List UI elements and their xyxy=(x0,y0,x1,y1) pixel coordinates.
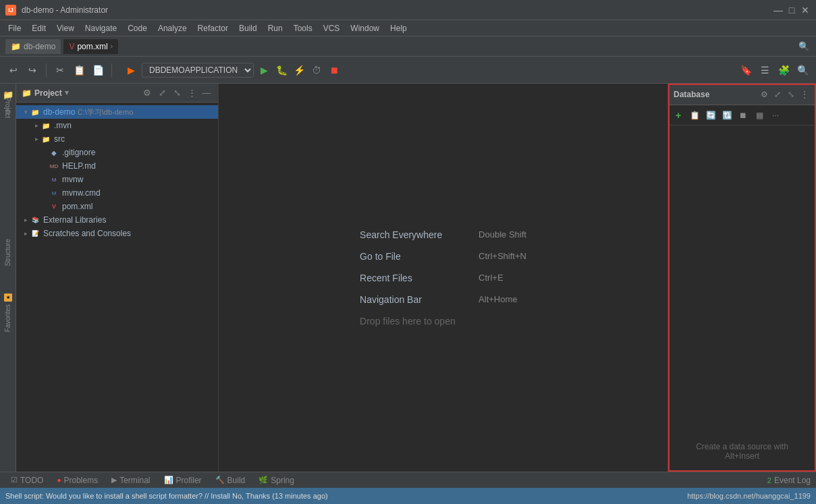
tree-pomxml[interactable]: ▸ V pom.xml xyxy=(16,200,218,213)
db-copy-button[interactable]: 📋 xyxy=(687,108,702,123)
menu-refactor[interactable]: Refactor xyxy=(192,22,234,34)
profile-button[interactable]: ⏱ xyxy=(309,63,324,78)
menu-tools[interactable]: Tools xyxy=(288,22,318,34)
panel-settings-button[interactable]: ⚙ xyxy=(141,87,153,99)
problems-icon: ● xyxy=(57,476,61,484)
tree-scratches[interactable]: ▸ 📝 Scratches and Consoles xyxy=(16,227,218,240)
db-more-btn[interactable]: ··· xyxy=(768,108,783,123)
tree-mvnw[interactable]: ▸ M mvnw xyxy=(16,173,218,186)
tree-root[interactable]: ▾ 📁 db-demo C:\学习\db-demo xyxy=(16,105,218,119)
pomxml-icon: V xyxy=(49,201,59,212)
menu-window[interactable]: Window xyxy=(345,22,385,34)
mvnw-icon: M xyxy=(49,174,59,185)
app-icon: IJ xyxy=(5,5,16,16)
db-settings-button[interactable]: ⚙ xyxy=(758,88,770,101)
run-config-area: ▶ DBDEMOAPPLICATION ▶ 🐛 ⚡ ⏱ ⏹ xyxy=(123,62,342,78)
undo-button[interactable]: ↩ xyxy=(5,62,22,78)
project-sidebar-label[interactable]: Project xyxy=(4,92,11,118)
tree-external-libraries[interactable]: ▸ 📚 External Libraries xyxy=(16,213,218,227)
tab-db-demo[interactable]: 📁 db-demo xyxy=(5,39,61,54)
tree-mvnwcmd[interactable]: ▸ M mvnw.cmd xyxy=(16,186,218,200)
db-refresh-button[interactable]: 🔄 xyxy=(703,108,718,123)
menu-analyze[interactable]: Analyze xyxy=(153,22,192,34)
run-button[interactable]: ▶ xyxy=(256,63,271,78)
menu-edit[interactable]: Edit xyxy=(26,22,51,34)
maximize-button[interactable]: □ xyxy=(786,5,797,16)
database-content: Create a data source with Alt+Insert xyxy=(668,125,816,472)
menu-run[interactable]: Run xyxy=(263,22,288,34)
run-config-select[interactable]: DBDEMOAPPLICATION xyxy=(142,63,254,78)
redo-button[interactable]: ↪ xyxy=(24,62,40,78)
plugins-button[interactable]: 🧩 xyxy=(776,62,792,78)
tab-todo[interactable]: ☑ TODO xyxy=(5,474,49,486)
gitignore-icon: ◆ xyxy=(49,147,59,158)
panel-collapse-button[interactable]: ⤡ xyxy=(171,87,183,99)
database-panel-actions: ⚙ ⤢ ⤡ ⋮ xyxy=(758,88,811,101)
project-panel-header: 📁 Project ▾ ⚙ ⤢ ⤡ ⋮ — xyxy=(16,84,218,103)
db-grid-button[interactable]: ▦ xyxy=(752,108,767,123)
title-bar-text: db-demo - Administrator xyxy=(22,5,108,15)
tab-spring[interactable]: 🌿 Spring xyxy=(253,474,300,486)
status-message: Shell script: Would you like to install … xyxy=(5,492,328,500)
search-everywhere-button[interactable]: 🔍 xyxy=(797,40,811,53)
menu-view[interactable]: View xyxy=(51,22,80,34)
cut-button[interactable]: ✂ xyxy=(52,62,68,78)
structure-button[interactable]: ☰ xyxy=(757,62,773,78)
menu-build[interactable]: Build xyxy=(234,22,263,34)
favorites-sidebar-label[interactable]: Favorites xyxy=(4,304,11,332)
main-toolbar: ↩ ↪ ✂ 📋 📄 ▶ DBDEMOAPPLICATION ▶ 🐛 ⚡ ⏱ ⏹ … xyxy=(0,57,816,84)
copy-button[interactable]: 📋 xyxy=(71,62,87,78)
shortcut-drop-files: Drop files here to open xyxy=(360,316,526,327)
tree-src[interactable]: ▸ 📁 src xyxy=(16,132,218,146)
tab-pom-xml[interactable]: V pom.xml › xyxy=(63,39,118,54)
menu-help[interactable]: Help xyxy=(385,22,412,34)
close-button[interactable]: ✕ xyxy=(800,5,811,16)
stop-button[interactable]: ⏹ xyxy=(327,63,342,78)
debug-button[interactable]: 🐛 xyxy=(274,63,289,78)
menu-code[interactable]: Code xyxy=(122,22,153,34)
tree-mvnw-label: mvnw xyxy=(62,175,83,184)
tree-gitignore[interactable]: ▸ ◆ .gitignore xyxy=(16,146,218,159)
db-expand-button[interactable]: ⤢ xyxy=(771,88,784,101)
tree-mvn[interactable]: ▸ 📁 .mvn xyxy=(16,119,218,132)
panel-close-button[interactable]: — xyxy=(200,87,213,99)
tab-problems[interactable]: ● Problems xyxy=(51,474,103,486)
database-toolbar: + 📋 🔄 🔃 ⏹ ▦ ··· xyxy=(668,105,816,125)
tab-terminal[interactable]: ▶ Terminal xyxy=(106,474,155,486)
shortcut-goto-file-key: Ctrl+Shift+N xyxy=(479,251,526,261)
menu-vcs[interactable]: VCS xyxy=(318,22,346,34)
event-log-count: 2 xyxy=(767,476,771,484)
project-panel-title: 📁 Project ▾ xyxy=(22,88,69,98)
db-sync-button[interactable]: 🔃 xyxy=(719,108,734,123)
toolbar-separator-1 xyxy=(46,63,47,77)
minimize-button[interactable]: — xyxy=(773,5,784,16)
tree-src-label: src xyxy=(54,134,65,144)
tree-scratches-label: Scratches and Consoles xyxy=(43,229,131,238)
tree-helpmd[interactable]: ▸ MD HELP.md xyxy=(16,159,218,173)
db-more-button[interactable]: ⋮ xyxy=(798,88,811,101)
menu-bar: File Edit View Navigate Code Analyze Ref… xyxy=(0,20,816,36)
bookmark-button[interactable]: 🔖 xyxy=(738,62,754,78)
tree-gitignore-label: .gitignore xyxy=(62,148,95,157)
database-panel-title: Database xyxy=(674,90,709,99)
structure-sidebar-label[interactable]: Structure xyxy=(4,239,11,267)
panel-more-button[interactable]: ⋮ xyxy=(186,87,198,99)
coverage-button[interactable]: ⚡ xyxy=(292,63,306,78)
db-collapse-button[interactable]: ⤡ xyxy=(785,88,797,101)
tab-build[interactable]: 🔨 Build xyxy=(210,474,251,486)
panel-expand-button[interactable]: ⤢ xyxy=(156,87,168,99)
status-bar: Shell script: Would you like to install … xyxy=(0,488,816,504)
event-log-label[interactable]: Event Log xyxy=(774,476,811,485)
run-config-arrow-button[interactable]: ▶ xyxy=(123,62,139,78)
database-hint: Create a data source with Alt+Insert xyxy=(679,442,805,461)
db-stop-button[interactable]: ⏹ xyxy=(736,108,751,123)
menu-file[interactable]: File xyxy=(3,22,26,34)
menu-navigate[interactable]: Navigate xyxy=(80,22,122,34)
welcome-shortcuts: Search Everywhere Double Shift Go to Fil… xyxy=(360,229,526,327)
editor-area[interactable]: Search Everywhere Double Shift Go to Fil… xyxy=(219,84,668,472)
search-button[interactable]: 🔍 xyxy=(794,62,811,78)
db-add-button[interactable]: + xyxy=(671,108,686,123)
favorites-star-icon: ★ xyxy=(4,293,12,302)
tab-profiler[interactable]: 📊 Profiler xyxy=(159,474,207,486)
paste-button[interactable]: 📄 xyxy=(90,62,106,78)
